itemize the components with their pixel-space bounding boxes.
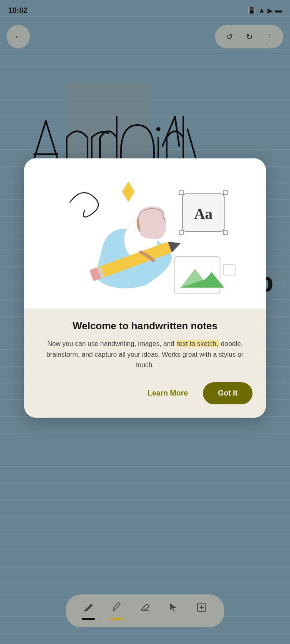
welcome-modal: Aa Welcome to handwritten notes Now you …: [24, 158, 266, 418]
modal-description: Now you can use handwriting, images, and…: [38, 338, 252, 371]
description-part1: Now you can use handwriting, images, and: [47, 340, 176, 347]
modal-title: Welcome to handwritten notes: [38, 320, 252, 332]
svg-rect-13: [223, 231, 228, 235]
learn-more-button[interactable]: Learn More: [141, 386, 195, 401]
svg-text:Aa: Aa: [194, 205, 212, 222]
illustration-svg: Aa: [45, 169, 245, 302]
modal-content: Welcome to handwritten notes Now you can…: [24, 308, 266, 418]
svg-rect-11: [223, 190, 228, 195]
modal-overlay: Aa Welcome to handwritten notes Now you …: [0, 0, 290, 644]
modal-illustration: Aa: [24, 158, 266, 308]
got-it-button[interactable]: Got it: [203, 382, 252, 404]
svg-rect-10: [179, 190, 183, 195]
sparkle-shape: [122, 181, 135, 202]
modal-actions: Learn More Got it: [38, 382, 252, 404]
description-highlight: text to sketch,: [176, 340, 219, 347]
svg-rect-12: [179, 231, 183, 235]
svg-rect-19: [223, 265, 236, 275]
